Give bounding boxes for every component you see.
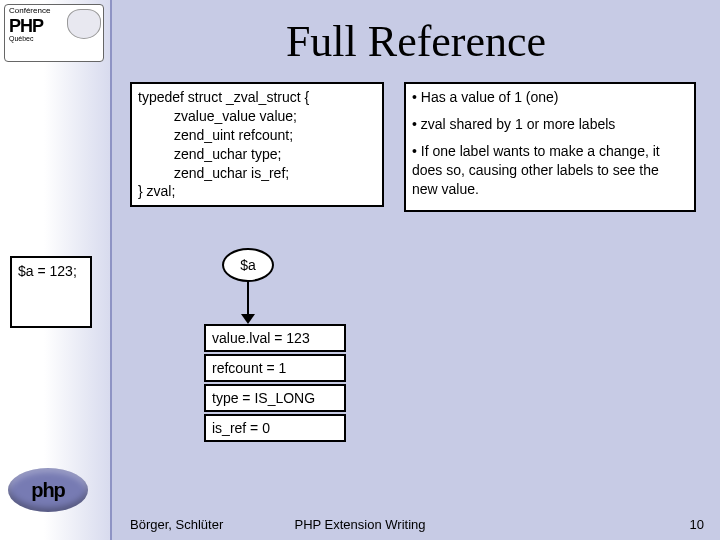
note-item: • zval shared by 1 or more labels	[412, 115, 688, 134]
arrow-line	[247, 282, 249, 316]
conference-logo: Conférence PHP Québec	[4, 4, 104, 62]
note-item: • Has a value of 1 (one)	[412, 88, 688, 107]
code-line: zend_uchar type;	[174, 145, 376, 164]
php-logo-text: php	[31, 479, 65, 502]
footer-title: PHP Extension Writing	[0, 517, 720, 532]
note-item: • If one label wants to make a change, i…	[412, 142, 688, 199]
struct-definition-box: typedef struct _zval_struct { zvalue_val…	[130, 82, 384, 207]
notes-box: • Has a value of 1 (one) • zval shared b…	[404, 82, 696, 212]
code-line: } zval;	[138, 182, 376, 201]
assignment-box: $a = 123;	[10, 256, 92, 328]
zval-value-cell: value.lval = 123	[204, 324, 346, 352]
zval-isref-cell: is_ref = 0	[204, 414, 346, 442]
footer-page-number: 10	[690, 517, 704, 532]
assignment-text: $a = 123;	[18, 263, 77, 279]
variable-label-text: $a	[240, 257, 256, 273]
code-line: zvalue_value value;	[174, 107, 376, 126]
arrow-down-icon	[241, 314, 255, 324]
code-line: zend_uchar is_ref;	[174, 164, 376, 183]
php-logo: php	[8, 468, 88, 512]
slide-title: Full Reference	[112, 16, 720, 67]
variable-label-node: $a	[222, 248, 274, 282]
code-line: zend_uint refcount;	[174, 126, 376, 145]
elephant-icon	[67, 9, 101, 39]
zval-type-cell: type = IS_LONG	[204, 384, 346, 412]
zval-refcount-cell: refcount = 1	[204, 354, 346, 382]
code-line: typedef struct _zval_struct {	[138, 88, 376, 107]
